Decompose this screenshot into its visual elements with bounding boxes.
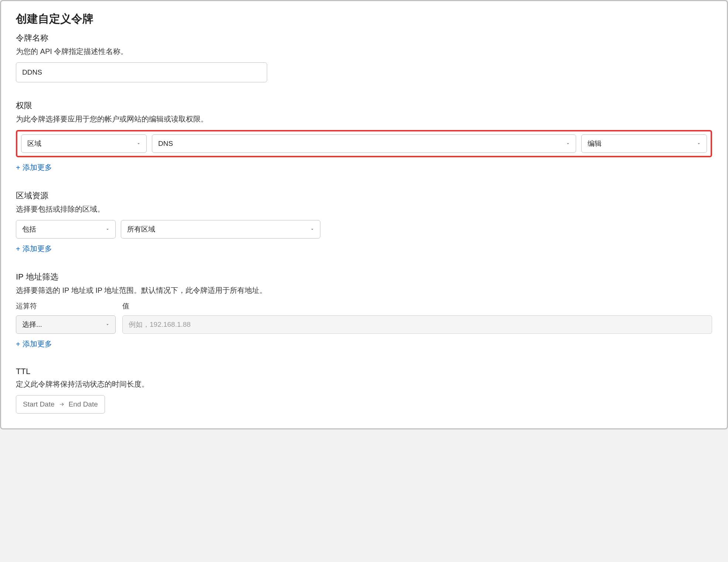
ip-filter-row: 运算符 选择... 值 bbox=[16, 301, 712, 334]
token-name-input[interactable] bbox=[16, 62, 267, 82]
section-ip-filter: IP 地址筛选 选择要筛选的 IP 地址或 IP 地址范围。默认情况下，此令牌适… bbox=[16, 271, 712, 349]
zone-resources-desc: 选择要包括或排除的区域。 bbox=[16, 204, 712, 214]
permissions-desc: 为此令牌选择要应用于您的帐户或网站的编辑或读取权限。 bbox=[16, 114, 712, 124]
section-token-name: 令牌名称 为您的 API 令牌指定描述性名称。 bbox=[16, 32, 712, 82]
zone-selection-value: 所有区域 bbox=[127, 225, 155, 234]
zone-selection-select[interactable]: 所有区域 bbox=[121, 220, 320, 239]
arrow-right-icon bbox=[59, 402, 64, 407]
ip-operator-select[interactable]: 选择... bbox=[16, 315, 116, 334]
permissions-add-more-label: 添加更多 bbox=[23, 162, 52, 172]
zone-resources-add-more[interactable]: + 添加更多 bbox=[16, 244, 52, 254]
section-zone-resources: 区域资源 选择要包括或排除的区域。 包括 所有区域 + 添 bbox=[16, 190, 712, 254]
chevron-down-icon bbox=[310, 227, 315, 232]
ip-filter-desc: 选择要筛选的 IP 地址或 IP 地址范围。默认情况下，此令牌适用于所有地址。 bbox=[16, 285, 712, 295]
section-ttl: TTL 定义此令牌将保持活动状态的时间长度。 Start Date End Da… bbox=[16, 367, 712, 414]
ip-operator-label: 运算符 bbox=[16, 301, 116, 311]
chevron-down-icon bbox=[565, 141, 571, 146]
chevron-down-icon bbox=[696, 141, 701, 146]
plus-icon: + bbox=[16, 340, 20, 348]
plus-icon: + bbox=[16, 164, 20, 171]
ip-filter-add-more-label: 添加更多 bbox=[23, 339, 52, 349]
page-title: 创建自定义令牌 bbox=[16, 11, 712, 27]
zone-mode-select[interactable]: 包括 bbox=[16, 220, 116, 239]
permissions-access-select[interactable]: 编辑 bbox=[581, 134, 707, 153]
permissions-resource-value: DNS bbox=[158, 140, 173, 148]
ip-operator-value: 选择... bbox=[22, 320, 42, 329]
zone-mode-value: 包括 bbox=[22, 225, 36, 234]
permissions-add-more[interactable]: + 添加更多 bbox=[16, 162, 52, 172]
ttl-end-date-label: End Date bbox=[69, 400, 98, 408]
ip-value-label: 值 bbox=[122, 301, 712, 311]
permissions-title: 权限 bbox=[16, 100, 712, 111]
plus-icon: + bbox=[16, 245, 20, 253]
chevron-down-icon bbox=[105, 227, 110, 232]
zone-resources-add-more-label: 添加更多 bbox=[23, 244, 52, 254]
zone-resources-title: 区域资源 bbox=[16, 190, 712, 201]
ip-filter-title: IP 地址筛选 bbox=[16, 271, 712, 282]
chevron-down-icon bbox=[136, 141, 141, 146]
ttl-date-range-button[interactable]: Start Date End Date bbox=[16, 395, 105, 414]
ip-value-input[interactable] bbox=[122, 315, 712, 334]
permissions-scope-value: 区域 bbox=[27, 139, 41, 148]
chevron-down-icon bbox=[105, 322, 110, 327]
token-name-label: 令牌名称 bbox=[16, 32, 712, 44]
ip-filter-add-more[interactable]: + 添加更多 bbox=[16, 339, 52, 349]
permissions-row-highlight: 区域 DNS 编辑 bbox=[16, 130, 712, 157]
zone-resources-row: 包括 所有区域 bbox=[16, 220, 712, 239]
permissions-scope-select[interactable]: 区域 bbox=[21, 134, 147, 153]
permissions-resource-select[interactable]: DNS bbox=[152, 134, 576, 153]
permissions-access-value: 编辑 bbox=[588, 139, 602, 148]
section-permissions: 权限 为此令牌选择要应用于您的帐户或网站的编辑或读取权限。 区域 DNS 编辑 bbox=[16, 100, 712, 172]
ttl-title: TTL bbox=[16, 367, 712, 376]
token-name-desc: 为您的 API 令牌指定描述性名称。 bbox=[16, 47, 712, 56]
ttl-desc: 定义此令牌将保持活动状态的时间长度。 bbox=[16, 379, 712, 389]
ttl-start-date-label: Start Date bbox=[23, 400, 55, 408]
